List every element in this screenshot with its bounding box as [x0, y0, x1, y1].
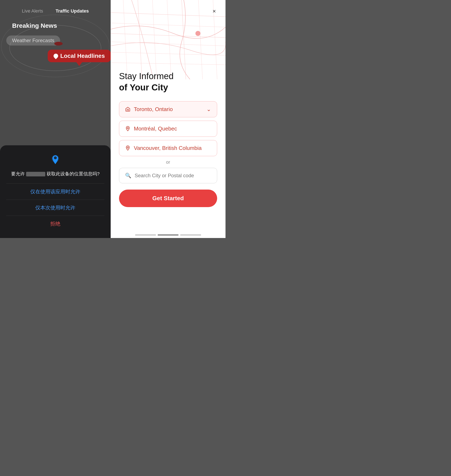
map-background [111, 0, 226, 79]
svg-line-7 [123, 0, 127, 79]
left-panel: Live Alerts Traffic Updates Breaking New… [0, 0, 111, 238]
deny-btn[interactable]: 拒绝 [6, 216, 104, 232]
top-nav: Live Alerts Traffic Updates [0, 0, 111, 18]
svg-line-1 [111, 13, 226, 17]
city-option-montreal[interactable]: Montréal, Quebec [119, 121, 217, 137]
get-started-button[interactable]: Get Started [119, 190, 217, 207]
svg-line-6 [111, 63, 226, 65]
city-toronto-label: Toronto, Ontario [134, 106, 203, 113]
right-content: Stay Informed of Your City Toronto, Onta… [111, 71, 226, 215]
map-dot [54, 42, 63, 45]
headline-line2-bold: Your City [130, 82, 168, 92]
nav-traffic-updates[interactable]: Traffic Updates [56, 8, 89, 14]
permission-dialog: 要允许 获取此设备的位置信息吗? 仅在使用该应用时允许 仅本次使用时允许 拒绝 [0, 145, 111, 238]
location-icon [49, 154, 62, 166]
permission-title: 要允许 获取此设备的位置信息吗? [6, 170, 104, 177]
pin-icon-montreal [125, 126, 131, 131]
weather-forecasts-tag[interactable]: Weather Forecasts [6, 36, 60, 45]
pin-icon-vancouver [125, 145, 131, 151]
chevron-down-icon: ⌄ [207, 106, 211, 113]
bottom-bar [111, 234, 226, 236]
search-box[interactable]: 🔍 [119, 168, 217, 183]
pin-icon [53, 53, 59, 59]
city-vancouver-label: Vancouver, British Columbia [134, 145, 211, 151]
close-button[interactable]: × [209, 6, 220, 17]
city-montreal-label: Montréal, Quebec [134, 125, 211, 132]
map-location-dot [195, 31, 200, 36]
breaking-news-tag[interactable]: Breaking News [6, 20, 63, 31]
search-icon: 🔍 [125, 173, 131, 178]
nav-live-alerts[interactable]: Live Alerts [22, 8, 43, 14]
svg-point-14 [127, 128, 129, 129]
bottom-dot-2 [158, 234, 179, 236]
svg-line-9 [152, 0, 157, 79]
bottom-dot-1 [135, 234, 156, 236]
bottom-dot-3 [180, 234, 201, 236]
headline-line2: of Your City [119, 82, 217, 93]
search-input[interactable] [135, 173, 211, 178]
svg-line-10 [167, 0, 171, 79]
svg-line-12 [198, 0, 202, 79]
allow-while-using-btn[interactable]: 仅在使用该应用时允许 [6, 183, 104, 200]
svg-line-4 [111, 42, 226, 46]
svg-point-15 [127, 147, 129, 148]
city-option-vancouver[interactable]: Vancouver, British Columbia [119, 140, 217, 156]
home-icon [125, 106, 131, 112]
headline-line1: Stay Informed [119, 71, 217, 81]
headline-line2-prefix: of [119, 82, 130, 92]
city-option-toronto[interactable]: Toronto, Ontario ⌄ [119, 101, 217, 117]
svg-line-5 [111, 52, 226, 55]
or-divider: or [119, 159, 217, 165]
right-panel: × Stay Informed of Your City Toronto, On… [111, 0, 226, 238]
app-name-blur [26, 172, 45, 176]
svg-line-2 [111, 23, 226, 27]
local-headlines-badge[interactable]: Local Headlines [48, 50, 111, 62]
svg-line-8 [138, 0, 142, 79]
allow-once-btn[interactable]: 仅本次使用时允许 [6, 200, 104, 216]
local-headlines-label: Local Headlines [60, 53, 105, 59]
